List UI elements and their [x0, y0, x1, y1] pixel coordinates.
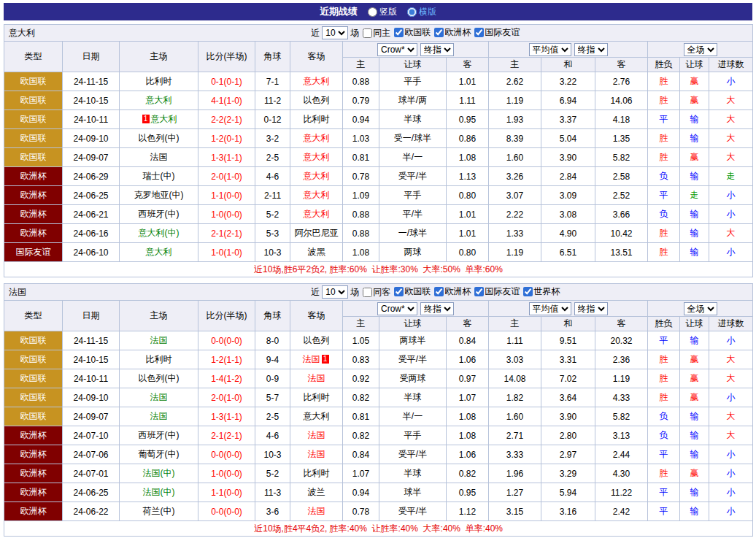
competition-filter[interactable]: 欧洲杯	[431, 26, 471, 39]
odds-away-cell: 1.08	[447, 426, 489, 445]
result-cell: 负	[648, 205, 680, 224]
match-date-cell: 24-06-16	[63, 224, 120, 243]
away-team-cell: 以色列	[290, 91, 343, 110]
match-row: 欧国联24-09-10法国2-0(1-0)5-7比利时0.82半球1.071.8…	[4, 388, 753, 407]
odds-home-cell: 0.94	[343, 110, 379, 129]
corner-cell: 10-3	[255, 243, 290, 262]
avg-home-cell: 1.60	[489, 148, 541, 167]
average-select[interactable]: 平均值	[529, 302, 571, 315]
col-odds-away: 客	[447, 317, 489, 331]
competition-type-cell: 欧国联	[4, 91, 63, 110]
vertical-layout-radio[interactable]	[368, 7, 377, 17]
same-venue-checkbox[interactable]	[363, 288, 372, 297]
away-team-cell: 法国	[290, 445, 343, 464]
goals-result-cell: 小	[709, 483, 753, 502]
competition-checkbox[interactable]	[434, 28, 444, 37]
avg-home-cell: 2.22	[489, 205, 541, 224]
corner-cell: 0-12	[255, 110, 290, 129]
handicap-result-cell: 输	[680, 483, 709, 502]
odds-away-cell: 0.80	[447, 243, 489, 262]
away-team-cell: 法国1	[290, 350, 343, 369]
odds-away-cell: 1.08	[447, 148, 489, 167]
odds-away-cell: 1.11	[447, 91, 489, 110]
final-index-select-2[interactable]: 终指	[574, 43, 608, 56]
avg-draw-cell: 2.97	[541, 445, 595, 464]
corner-cell: 2-5	[255, 407, 290, 426]
same-venue-checkbox[interactable]	[363, 28, 372, 38]
score-cell: 2-0(1-0)	[198, 167, 255, 186]
col-odds-handicap: 让球	[379, 317, 447, 331]
competition-checkbox[interactable]	[474, 28, 484, 37]
full-match-select[interactable]: 全场	[684, 302, 717, 315]
goals-result-cell: 小	[709, 72, 753, 91]
final-index-select[interactable]: 终指	[420, 43, 454, 56]
same-venue-filter[interactable]: 同客	[359, 286, 390, 299]
odds-handicap-cell: 受平/半	[379, 502, 447, 521]
competition-filter[interactable]: 欧国联	[390, 285, 431, 298]
competition-checkbox[interactable]	[434, 287, 444, 296]
avg-away-cell: 14.06	[595, 91, 648, 110]
score-cell: 2-1(2-1)	[198, 426, 255, 445]
odds-home-cell: 0.81	[343, 407, 379, 426]
odds-home-cell: 0.79	[343, 91, 379, 110]
competition-checkbox[interactable]	[523, 287, 533, 296]
competition-type-cell: 欧洲杯	[4, 483, 63, 502]
recent-count-select[interactable]: 10	[322, 285, 348, 299]
away-team-cell: 法国	[290, 426, 343, 445]
result-cell: 胜	[648, 464, 680, 483]
corner-cell: 0-9	[255, 369, 290, 388]
avg-home-cell: 3.26	[489, 167, 541, 186]
col-handicap-result: 让球	[680, 58, 709, 72]
same-venue-filter[interactable]: 同主	[359, 27, 390, 39]
odds-home-cell: 0.88	[343, 205, 379, 224]
competition-checkbox[interactable]	[394, 28, 404, 37]
vertical-layout-label: 竖版	[379, 6, 397, 18]
avg-home-cell: 1.96	[489, 464, 541, 483]
odds-away-cell: 1.01	[447, 72, 489, 91]
average-select[interactable]: 平均值	[529, 43, 571, 56]
layout-option-vertical[interactable]: 竖版	[368, 6, 397, 18]
match-row: 欧洲杯24-06-25法国(中)1-1(0-0)11-3波兰0.94球半0.95…	[4, 483, 753, 502]
goals-result-cell: 大	[709, 91, 753, 110]
away-team-cell: 比利时	[290, 110, 343, 129]
final-index-select-2[interactable]: 终指	[574, 302, 608, 315]
avg-home-cell: 2.71	[489, 426, 541, 445]
full-match-select[interactable]: 全场	[684, 43, 717, 56]
home-team-name: 以色列(中)	[139, 373, 180, 383]
odds-home-cell: 0.78	[343, 167, 379, 186]
bookmaker-select[interactable]: Crow*	[377, 302, 417, 315]
competition-checkbox[interactable]	[474, 287, 484, 296]
handicap-result-cell: 输	[680, 167, 709, 186]
competition-type-cell: 欧国联	[4, 369, 63, 388]
competition-filter[interactable]: 欧洲杯	[431, 285, 471, 298]
bookmaker-select[interactable]: Crow*	[377, 43, 417, 56]
away-team-name: 意大利	[304, 76, 330, 86]
avg-away-cell: 1.19	[595, 369, 648, 388]
final-index-select[interactable]: 终指	[420, 302, 454, 315]
competition-type-cell: 欧国联	[4, 331, 63, 350]
corner-cell: 2-11	[255, 186, 290, 205]
odds-home-cell: 0.88	[343, 72, 379, 91]
score-cell: 2-1(2-1)	[198, 224, 255, 243]
recent-count-select[interactable]: 10	[322, 26, 348, 39]
col-corner: 角球	[255, 42, 290, 72]
score-cell: 0-1(0-1)	[198, 72, 255, 91]
horizontal-layout-radio[interactable]	[407, 7, 417, 17]
odds-away-cell: 0.84	[447, 331, 489, 350]
result-cell: 平	[648, 110, 680, 129]
competition-filter[interactable]: 国际友谊	[471, 285, 520, 298]
corner-cell: 4-6	[255, 167, 290, 186]
score-cell: 1-4(1-2)	[198, 369, 255, 388]
odds-handicap-cell: 半球	[379, 110, 447, 129]
competition-checkbox[interactable]	[394, 287, 404, 296]
competition-filter[interactable]: 世界杯	[520, 285, 560, 298]
odds-handicap-cell: 两球	[379, 243, 447, 262]
away-team-cell: 阿尔巴尼亚	[290, 224, 343, 243]
match-row: 欧洲杯24-07-10西班牙(中)2-1(2-1)4-6法国0.82平手1.08…	[4, 426, 753, 445]
home-team-name: 西班牙(中)	[139, 209, 180, 219]
layout-option-horizontal[interactable]: 横版	[407, 6, 436, 18]
col-type: 类型	[4, 301, 63, 331]
odds-home-cell: 0.92	[343, 369, 379, 388]
competition-filter[interactable]: 国际友谊	[471, 26, 520, 39]
competition-filter[interactable]: 欧国联	[390, 26, 431, 39]
